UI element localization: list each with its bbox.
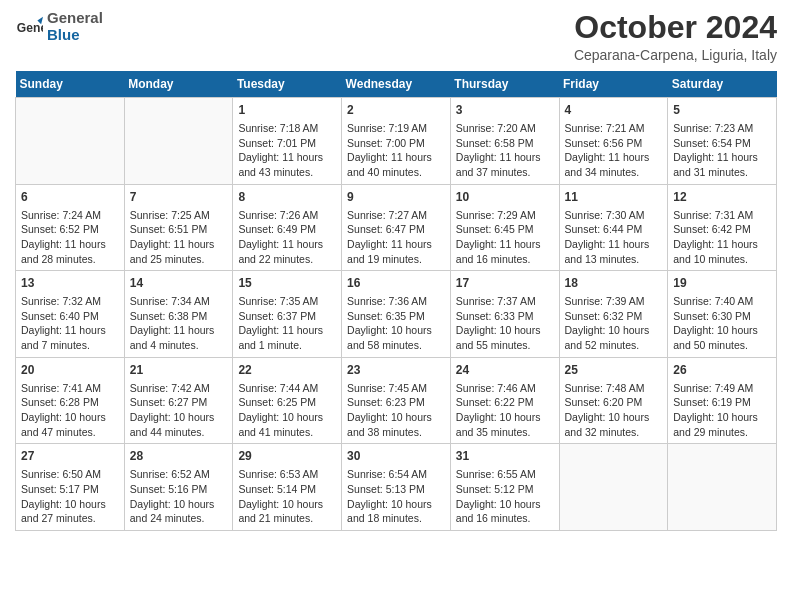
sunset-text: Sunset: 6:28 PM (21, 396, 99, 408)
sunrise-text: Sunrise: 7:20 AM (456, 122, 536, 134)
day-number: 30 (347, 448, 445, 465)
sunset-text: Sunset: 6:32 PM (565, 310, 643, 322)
sunset-text: Sunset: 6:35 PM (347, 310, 425, 322)
daylight-text: Daylight: 11 hours and 16 minutes. (456, 238, 541, 265)
page-header: General General Blue October 2024 Cepara… (15, 10, 777, 63)
sunrise-text: Sunrise: 7:49 AM (673, 382, 753, 394)
day-cell: 21Sunrise: 7:42 AMSunset: 6:27 PMDayligh… (124, 357, 233, 444)
daylight-text: Daylight: 11 hours and 22 minutes. (238, 238, 323, 265)
daylight-text: Daylight: 11 hours and 7 minutes. (21, 324, 106, 351)
sunset-text: Sunset: 7:00 PM (347, 137, 425, 149)
sunset-text: Sunset: 6:30 PM (673, 310, 751, 322)
week-row-1: 1Sunrise: 7:18 AMSunset: 7:01 PMDaylight… (16, 98, 777, 185)
sunset-text: Sunset: 5:12 PM (456, 483, 534, 495)
daylight-text: Daylight: 10 hours and 38 minutes. (347, 411, 432, 438)
header-row: SundayMondayTuesdayWednesdayThursdayFrid… (16, 71, 777, 98)
day-number: 28 (130, 448, 228, 465)
daylight-text: Daylight: 11 hours and 34 minutes. (565, 151, 650, 178)
day-cell (668, 444, 777, 531)
sunrise-text: Sunrise: 6:52 AM (130, 468, 210, 480)
sunrise-text: Sunrise: 7:29 AM (456, 209, 536, 221)
daylight-text: Daylight: 10 hours and 47 minutes. (21, 411, 106, 438)
day-number: 11 (565, 189, 663, 206)
sunset-text: Sunset: 6:37 PM (238, 310, 316, 322)
col-header-thursday: Thursday (450, 71, 559, 98)
sunset-text: Sunset: 5:17 PM (21, 483, 99, 495)
daylight-text: Daylight: 10 hours and 52 minutes. (565, 324, 650, 351)
col-header-friday: Friday (559, 71, 668, 98)
daylight-text: Daylight: 11 hours and 10 minutes. (673, 238, 758, 265)
daylight-text: Daylight: 10 hours and 58 minutes. (347, 324, 432, 351)
day-number: 7 (130, 189, 228, 206)
day-number: 25 (565, 362, 663, 379)
sunset-text: Sunset: 6:58 PM (456, 137, 534, 149)
daylight-text: Daylight: 11 hours and 13 minutes. (565, 238, 650, 265)
sunrise-text: Sunrise: 7:34 AM (130, 295, 210, 307)
sunset-text: Sunset: 5:14 PM (238, 483, 316, 495)
sunrise-text: Sunrise: 7:44 AM (238, 382, 318, 394)
day-number: 10 (456, 189, 554, 206)
sunset-text: Sunset: 6:25 PM (238, 396, 316, 408)
day-cell: 1Sunrise: 7:18 AMSunset: 7:01 PMDaylight… (233, 98, 342, 185)
daylight-text: Daylight: 10 hours and 35 minutes. (456, 411, 541, 438)
location: Ceparana-Carpena, Liguria, Italy (574, 47, 777, 63)
day-number: 27 (21, 448, 119, 465)
sunrise-text: Sunrise: 7:37 AM (456, 295, 536, 307)
sunrise-text: Sunrise: 6:53 AM (238, 468, 318, 480)
day-cell: 5Sunrise: 7:23 AMSunset: 6:54 PMDaylight… (668, 98, 777, 185)
sunrise-text: Sunrise: 7:19 AM (347, 122, 427, 134)
logo: General General Blue (15, 10, 103, 43)
day-number: 12 (673, 189, 771, 206)
daylight-text: Daylight: 10 hours and 29 minutes. (673, 411, 758, 438)
day-number: 9 (347, 189, 445, 206)
col-header-sunday: Sunday (16, 71, 125, 98)
day-cell: 26Sunrise: 7:49 AMSunset: 6:19 PMDayligh… (668, 357, 777, 444)
sunset-text: Sunset: 6:51 PM (130, 223, 208, 235)
sunrise-text: Sunrise: 7:31 AM (673, 209, 753, 221)
day-cell: 29Sunrise: 6:53 AMSunset: 5:14 PMDayligh… (233, 444, 342, 531)
day-cell: 18Sunrise: 7:39 AMSunset: 6:32 PMDayligh… (559, 271, 668, 358)
week-row-4: 20Sunrise: 7:41 AMSunset: 6:28 PMDayligh… (16, 357, 777, 444)
sunrise-text: Sunrise: 7:35 AM (238, 295, 318, 307)
sunset-text: Sunset: 6:33 PM (456, 310, 534, 322)
daylight-text: Daylight: 10 hours and 24 minutes. (130, 498, 215, 525)
day-cell: 17Sunrise: 7:37 AMSunset: 6:33 PMDayligh… (450, 271, 559, 358)
calendar-table: SundayMondayTuesdayWednesdayThursdayFrid… (15, 71, 777, 531)
sunset-text: Sunset: 6:49 PM (238, 223, 316, 235)
day-cell: 23Sunrise: 7:45 AMSunset: 6:23 PMDayligh… (342, 357, 451, 444)
daylight-text: Daylight: 10 hours and 50 minutes. (673, 324, 758, 351)
daylight-text: Daylight: 11 hours and 37 minutes. (456, 151, 541, 178)
day-number: 2 (347, 102, 445, 119)
day-cell: 3Sunrise: 7:20 AMSunset: 6:58 PMDaylight… (450, 98, 559, 185)
daylight-text: Daylight: 10 hours and 44 minutes. (130, 411, 215, 438)
week-row-5: 27Sunrise: 6:50 AMSunset: 5:17 PMDayligh… (16, 444, 777, 531)
day-cell: 8Sunrise: 7:26 AMSunset: 6:49 PMDaylight… (233, 184, 342, 271)
sunrise-text: Sunrise: 7:48 AM (565, 382, 645, 394)
sunrise-text: Sunrise: 7:45 AM (347, 382, 427, 394)
sunrise-text: Sunrise: 6:55 AM (456, 468, 536, 480)
daylight-text: Daylight: 10 hours and 18 minutes. (347, 498, 432, 525)
day-cell: 7Sunrise: 7:25 AMSunset: 6:51 PMDaylight… (124, 184, 233, 271)
sunset-text: Sunset: 6:54 PM (673, 137, 751, 149)
day-number: 8 (238, 189, 336, 206)
sunset-text: Sunset: 6:47 PM (347, 223, 425, 235)
day-cell: 24Sunrise: 7:46 AMSunset: 6:22 PMDayligh… (450, 357, 559, 444)
sunrise-text: Sunrise: 7:32 AM (21, 295, 101, 307)
sunset-text: Sunset: 6:27 PM (130, 396, 208, 408)
day-number: 31 (456, 448, 554, 465)
day-number: 1 (238, 102, 336, 119)
sunset-text: Sunset: 6:45 PM (456, 223, 534, 235)
sunset-text: Sunset: 6:44 PM (565, 223, 643, 235)
sunrise-text: Sunrise: 7:25 AM (130, 209, 210, 221)
week-row-3: 13Sunrise: 7:32 AMSunset: 6:40 PMDayligh… (16, 271, 777, 358)
day-cell: 2Sunrise: 7:19 AMSunset: 7:00 PMDaylight… (342, 98, 451, 185)
day-number: 3 (456, 102, 554, 119)
sunset-text: Sunset: 6:40 PM (21, 310, 99, 322)
day-number: 14 (130, 275, 228, 292)
day-cell: 9Sunrise: 7:27 AMSunset: 6:47 PMDaylight… (342, 184, 451, 271)
daylight-text: Daylight: 10 hours and 32 minutes. (565, 411, 650, 438)
day-cell: 13Sunrise: 7:32 AMSunset: 6:40 PMDayligh… (16, 271, 125, 358)
day-cell: 19Sunrise: 7:40 AMSunset: 6:30 PMDayligh… (668, 271, 777, 358)
day-cell: 25Sunrise: 7:48 AMSunset: 6:20 PMDayligh… (559, 357, 668, 444)
day-number: 19 (673, 275, 771, 292)
